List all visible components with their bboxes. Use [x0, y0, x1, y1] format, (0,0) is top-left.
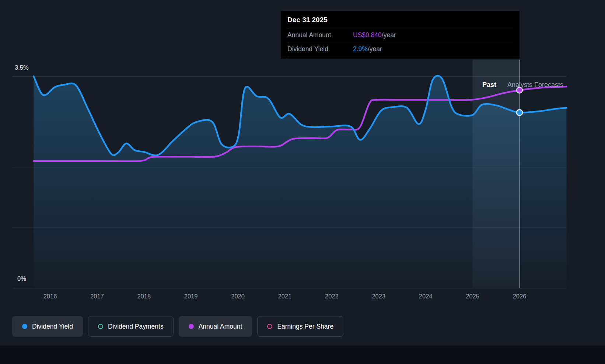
past-label: Past [457, 81, 496, 89]
dividend-chart-widget: 3.5% 0% 20162017201820192020202120222023… [0, 0, 605, 364]
highlight-band [473, 60, 520, 288]
tooltip-row: Dividend Yield2.9%/year [287, 42, 513, 56]
tooltip-row-suffix: /year [368, 45, 382, 53]
tooltip-row-value: US$0.840 [353, 31, 382, 39]
tooltip-rows: Annual AmountUS$0.840/yearDividend Yield… [287, 28, 513, 56]
legend-dividend-payments[interactable]: Dividend Payments [88, 316, 174, 337]
legend-label: Annual Amount [199, 323, 242, 330]
legend-label: Dividend Yield [32, 323, 73, 330]
legend-label: Dividend Payments [108, 323, 164, 330]
earnings-per-share-legend-icon [267, 324, 272, 329]
y-axis-label-top: 3.5% [15, 64, 29, 71]
chart-tooltip: Dec 31 2025 Annual AmountUS$0.840/yearDi… [281, 11, 520, 59]
legend-earnings-per-share[interactable]: Earnings Per Share [257, 316, 343, 337]
legend-annual-amount[interactable]: Annual Amount [179, 316, 252, 337]
annual-amount-legend-icon [189, 324, 194, 329]
legend-label: Earnings Per Share [277, 323, 333, 330]
tooltip-date: Dec 31 2025 [287, 16, 513, 28]
footer-band [0, 346, 605, 364]
tooltip-row-label: Annual Amount [287, 31, 353, 39]
tooltip-row-label: Dividend Yield [287, 45, 353, 53]
dividend-yield-marker[interactable] [517, 110, 522, 116]
y-axis-label-bottom: 0% [17, 275, 26, 282]
tooltip-row-value: 2.9% [353, 45, 368, 53]
legend-dividend-yield[interactable]: Dividend Yield [12, 316, 83, 337]
dividend-payments-legend-icon [98, 324, 103, 329]
chart-legend: Dividend YieldDividend PaymentsAnnual Am… [12, 316, 343, 337]
dividend-yield-legend-icon [22, 324, 27, 329]
tooltip-row: Annual AmountUS$0.840/year [287, 28, 513, 42]
tooltip-row-suffix: /year [382, 31, 396, 39]
analysts-forecast-label: Analysts Forecasts [507, 81, 563, 89]
